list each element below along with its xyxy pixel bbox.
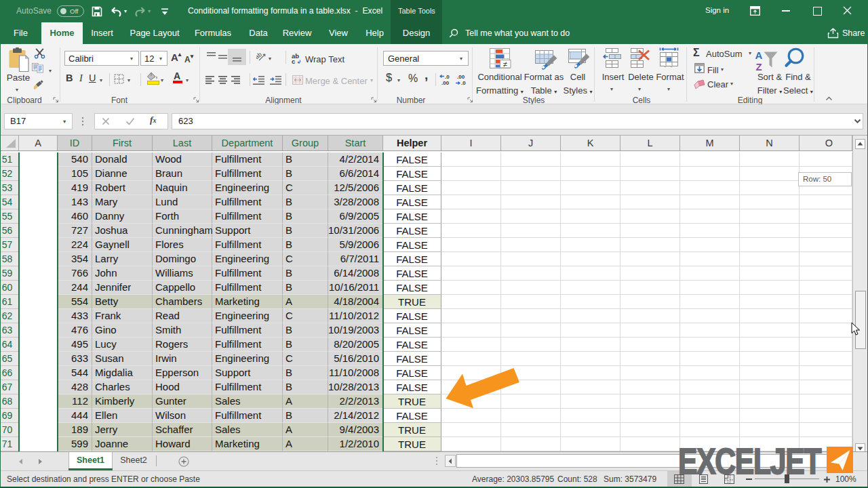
svg-text:.00: .00 — [457, 74, 465, 80]
svg-text:.0: .0 — [445, 74, 450, 80]
svg-text:ab: ab — [256, 52, 263, 60]
svg-text:.00: .00 — [441, 80, 450, 85]
svg-text:c: c — [292, 58, 295, 64]
svg-text:.0: .0 — [461, 80, 466, 85]
svg-text:Z: Z — [755, 61, 762, 72]
svg-text:A: A — [755, 49, 763, 61]
svg-text:≠: ≠ — [503, 60, 507, 68]
